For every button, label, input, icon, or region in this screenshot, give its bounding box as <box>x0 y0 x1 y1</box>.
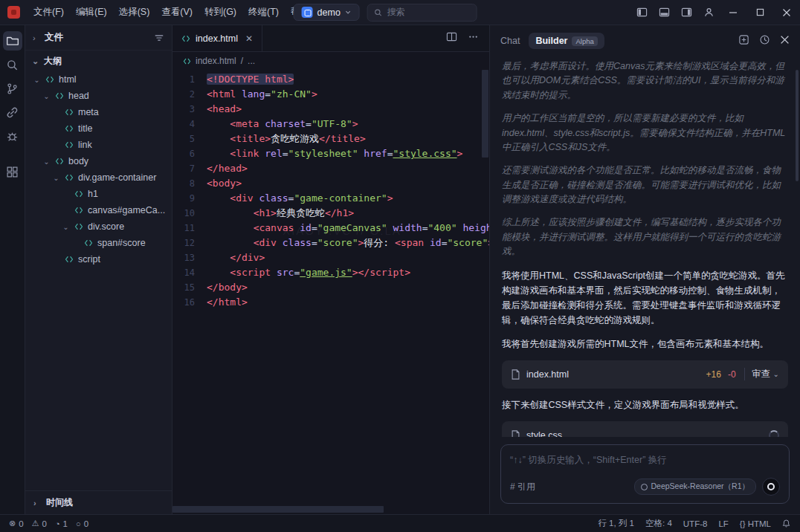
status-warning-count[interactable]: ⚠0 <box>32 519 47 528</box>
editor-group: index.html ✕ index.html / ... <box>172 25 489 514</box>
outline-item[interactable]: ⌄html <box>25 71 172 88</box>
outline-item[interactable]: ⌄div.game-container <box>25 169 172 186</box>
code-line-text: </div> <box>207 250 265 265</box>
model-icon <box>641 484 648 490</box>
status-port-count[interactable]: ○0 <box>76 519 88 528</box>
close-panel-icon[interactable] <box>780 34 790 48</box>
tab-chat[interactable]: Chat <box>500 36 520 46</box>
menu-bar: 文件(F)编辑(E)选择(S)查看(V)转到(G)终端(T)帮助(H) <box>28 3 328 22</box>
outline-item[interactable]: h1 <box>25 186 172 202</box>
outline-section-header[interactable]: ⌄ 大纲 <box>25 51 172 71</box>
explorer-filter-icon[interactable] <box>154 33 164 43</box>
app-logo-icon[interactable] <box>7 6 20 19</box>
send-button[interactable] <box>762 478 780 496</box>
minimize-button[interactable] <box>720 0 746 25</box>
file-card-index.html[interactable]: index.html+16-0审查⌄ <box>502 360 788 389</box>
breadcrumb-more[interactable]: ... <box>248 56 255 66</box>
status-error-count[interactable]: ⊗0 <box>9 519 24 528</box>
breadcrumb[interactable]: index.html / ... <box>172 52 489 70</box>
files-section-header[interactable]: › 文件 <box>25 25 172 51</box>
status-item[interactable]: UTF-8 <box>683 519 708 528</box>
search-icon[interactable] <box>3 55 22 74</box>
menu-item[interactable]: 终端(T) <box>242 3 285 22</box>
split-editor-icon[interactable] <box>446 31 457 45</box>
outline-item[interactable]: link <box>25 137 172 153</box>
maximize-button[interactable] <box>746 0 773 25</box>
tab-index-html[interactable]: index.html ✕ <box>172 25 262 51</box>
chevron-down-icon: ⌄ <box>42 92 51 100</box>
explorer-icon[interactable] <box>3 31 22 51</box>
more-actions-icon[interactable] <box>468 31 479 45</box>
status-item[interactable]: LF <box>718 519 728 528</box>
model-selector[interactable]: DeepSeek-Reasoner（R1） <box>634 479 756 495</box>
menu-item[interactable]: 查看(V) <box>155 3 199 22</box>
code-line: 10 <h1>经典贪吃蛇</h1> <box>172 206 489 221</box>
menu-item[interactable]: 转到(G) <box>199 3 242 22</box>
code-editor[interactable]: 1<!DOCTYPE html>2<html lang="zh-CN">3<he… <box>172 70 489 514</box>
chat-input-box[interactable]: “↑↓” 切换历史输入，“Shift+Enter” 换行 # 引用 DeepSe… <box>500 444 790 504</box>
chevron-down-icon: ⌄ <box>62 223 70 231</box>
search-placeholder: 搜索 <box>387 6 405 19</box>
assistant-paragraph: 我将首先创建游戏所需的HTML文件，包含画布元素和基本结构。 <box>502 337 788 351</box>
file-icon <box>511 430 520 438</box>
history-icon[interactable] <box>759 34 770 48</box>
toggle-secondary-sidebar-icon[interactable] <box>675 0 697 25</box>
element-icon <box>64 124 74 133</box>
toggle-panel-icon[interactable] <box>653 0 675 25</box>
status-item[interactable]: 空格: 4 <box>645 518 672 529</box>
horizontal-scrollbar[interactable] <box>172 506 384 513</box>
tab-builder[interactable]: Builder Alpha <box>529 33 604 49</box>
timeline-section-header[interactable]: › 时间线 <box>25 490 172 514</box>
activity-bar <box>0 25 25 514</box>
line-number: 9 <box>172 191 207 206</box>
code-line: 12 <div class="score">得分: <span id="scor… <box>172 236 489 250</box>
vertical-scrollbar[interactable] <box>482 70 488 158</box>
outline-item[interactable]: ⌄div.score <box>25 218 172 235</box>
toggle-primary-sidebar-icon[interactable] <box>630 0 653 25</box>
notifications-bell-icon[interactable] <box>781 519 791 528</box>
element-icon <box>64 108 74 117</box>
outline-item[interactable]: script <box>25 251 172 267</box>
status-item[interactable]: 行 1, 列 1 <box>598 518 634 529</box>
code-line-text: <html lang="zh-CN"> <box>207 87 317 102</box>
outline-item-label: meta <box>78 107 99 117</box>
menu-item[interactable]: 文件(F) <box>28 3 70 22</box>
element-icon <box>74 189 84 198</box>
status-item[interactable]: {} HTML <box>740 519 771 528</box>
line-number: 14 <box>172 265 207 280</box>
status-progress-count[interactable]: ◔1 <box>55 519 68 528</box>
file-card-style.css[interactable]: style.css <box>502 421 788 438</box>
debug-icon[interactable] <box>3 126 22 146</box>
new-session-icon[interactable] <box>738 34 749 48</box>
breadcrumb-file[interactable]: index.html <box>196 56 236 66</box>
sidebar-explorer: › 文件 ⌄ 大纲 ⌄html⌄headmetatitlelink⌄body⌄d… <box>25 25 172 514</box>
code-line-text: <title>贪吃蛇游戏</title> <box>207 132 366 146</box>
source-control-icon[interactable] <box>3 79 22 98</box>
outline-item[interactable]: ⌄body <box>25 153 172 169</box>
model-name: DeepSeek-Reasoner（R1） <box>651 481 749 492</box>
chevron-down-icon: ⌄ <box>52 174 60 182</box>
global-search-box[interactable]: 搜索 <box>367 4 477 22</box>
timeline-section-title: 时间线 <box>46 496 73 509</box>
outline-item[interactable]: ⌄head <box>25 88 172 104</box>
chat-scrollbar[interactable] <box>796 70 799 181</box>
element-icon <box>74 206 84 215</box>
extensions-icon[interactable] <box>3 162 22 181</box>
outline-item[interactable]: title <box>25 120 172 137</box>
account-icon[interactable] <box>697 0 720 25</box>
project-selector[interactable]: demo <box>294 4 360 21</box>
references-icon[interactable] <box>3 103 22 122</box>
chat-message-list[interactable]: 最后，考虑界面设计。使用Canvas元素来绘制游戏区域会更高效，但也可以用DOM… <box>490 56 800 437</box>
outline-item[interactable]: span#score <box>25 235 172 251</box>
code-line-text: <div class="game-container"> <box>207 191 393 206</box>
close-tab-icon[interactable]: ✕ <box>245 33 253 44</box>
menu-item[interactable]: 选择(S) <box>113 3 156 22</box>
close-button[interactable] <box>773 0 800 25</box>
reference-button[interactable]: # 引用 <box>510 481 535 493</box>
review-button[interactable]: 审查⌄ <box>744 368 779 380</box>
outline-item[interactable]: canvas#gameCa... <box>25 202 172 218</box>
editor-tab-bar: index.html ✕ <box>172 25 489 52</box>
chat-input-toolbar: # 引用 DeepSeek-Reasoner（R1） <box>510 478 780 496</box>
menu-item[interactable]: 编辑(E) <box>70 3 113 22</box>
outline-item[interactable]: meta <box>25 104 172 120</box>
